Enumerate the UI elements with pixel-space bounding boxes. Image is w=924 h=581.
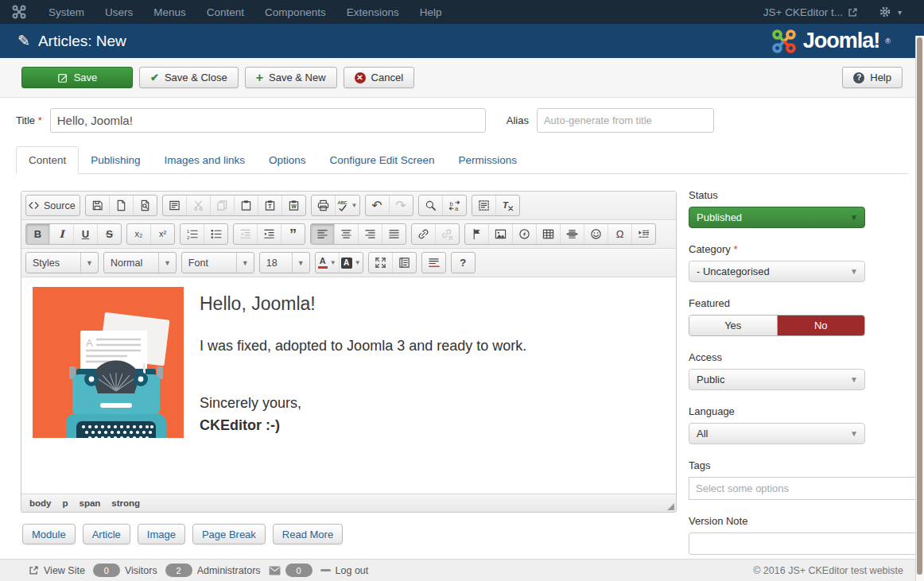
indent-button[interactable]	[257, 224, 281, 244]
styles-combo[interactable]: Styles▼	[25, 252, 99, 273]
paste-button[interactable]	[234, 196, 258, 215]
save-close-button[interactable]: ✔ Save & Close	[139, 67, 239, 88]
bulletedlist-button[interactable]	[204, 224, 227, 244]
article-button[interactable]: Article	[83, 524, 130, 544]
view-site-link[interactable]: View Site	[29, 565, 85, 576]
path-p[interactable]: p	[62, 498, 68, 508]
editor-resize-grip[interactable]	[667, 503, 674, 510]
help-button[interactable]: ? Help	[842, 67, 903, 88]
image-button[interactable]: Image	[138, 524, 185, 544]
tab-publishing[interactable]: Publishing	[79, 147, 152, 173]
menu-components[interactable]: Components	[254, 6, 336, 18]
bold-button[interactable]: B	[26, 224, 49, 244]
tab-images-links[interactable]: Images and links	[153, 147, 257, 173]
numberedlist-button[interactable]: 12	[181, 224, 204, 244]
justifyright-button[interactable]	[358, 224, 382, 244]
bgcolor-button[interactable]: A▼	[339, 253, 363, 273]
tab-content[interactable]: Content	[16, 146, 79, 174]
maximize-button[interactable]	[369, 253, 392, 273]
path-body[interactable]: body	[29, 498, 51, 508]
messages-status[interactable]: 0	[269, 564, 313, 577]
editor-content-area[interactable]: A	[21, 277, 676, 494]
image-button[interactable]	[488, 224, 512, 244]
title-input[interactable]	[50, 108, 486, 133]
logout-link[interactable]: Log out	[320, 565, 369, 576]
access-select[interactable]: Public ▼	[689, 369, 865, 390]
scrollbar-thumb[interactable]	[917, 37, 922, 575]
status-select[interactable]: Published ▼	[689, 207, 865, 228]
alias-input[interactable]	[537, 108, 714, 133]
menu-extensions[interactable]: Extensions	[336, 6, 410, 18]
scayt-button[interactable]	[422, 253, 445, 273]
tab-options[interactable]: Options	[257, 147, 318, 173]
editor-paragraph[interactable]: I was fixed, adopted to Joomla 3 and rea…	[200, 338, 526, 354]
category-select[interactable]: - Uncategorised ▼	[689, 261, 865, 282]
horizontalrule-button[interactable]	[560, 224, 584, 244]
print-button[interactable]	[312, 196, 335, 215]
menu-system[interactable]: System	[38, 6, 95, 18]
blockquote-button[interactable]: ”	[281, 224, 305, 244]
justifyleft-button[interactable]	[311, 224, 334, 244]
site-preview-link[interactable]: JS+ CKEditor t...	[763, 6, 858, 18]
editor-heading[interactable]: Hello, Joomla!	[200, 293, 526, 315]
tab-configure-edit-screen[interactable]: Configure Edit Screen	[317, 147, 446, 173]
tags-input[interactable]	[689, 477, 924, 500]
superscript-button[interactable]: x²	[150, 224, 174, 244]
admin-settings-menu[interactable]: ▾	[879, 6, 902, 18]
format-combo[interactable]: Normal▼	[103, 252, 177, 273]
menu-content[interactable]: Content	[196, 6, 254, 18]
save-button[interactable]	[86, 196, 109, 215]
font-combo[interactable]: Font▼	[181, 252, 254, 273]
anchor-button[interactable]	[465, 224, 488, 244]
preview-button[interactable]	[133, 196, 157, 215]
page-break-button[interactable]: Page Break	[192, 524, 266, 544]
justifycenter-button[interactable]	[334, 224, 358, 244]
flash-button[interactable]	[512, 224, 536, 244]
version-note-input[interactable]	[689, 533, 924, 555]
pastetext-button[interactable]: T	[258, 196, 281, 215]
tab-permissions[interactable]: Permissions	[447, 147, 530, 173]
italic-button[interactable]: I	[49, 224, 73, 244]
removeformat-button[interactable]: T	[495, 196, 519, 215]
link-button[interactable]	[412, 224, 435, 244]
table-button[interactable]	[536, 224, 560, 244]
language-select[interactable]: All ▼	[689, 423, 865, 444]
menu-users[interactable]: Users	[95, 6, 143, 18]
vertical-scrollbar[interactable]	[915, 36, 924, 581]
size-combo[interactable]: 18▼	[259, 252, 310, 273]
templates-button[interactable]	[163, 196, 186, 215]
visitors-status[interactable]: 0 Visitors	[93, 564, 157, 577]
undo-button[interactable]: ↶	[366, 196, 389, 215]
showblocks-button[interactable]	[392, 253, 416, 273]
spellcheck-button[interactable]: ABC▼	[335, 196, 359, 215]
cancel-button[interactable]: ✕ Cancel	[344, 67, 414, 88]
source-button[interactable]: Source	[26, 196, 80, 215]
save-button[interactable]: Save	[21, 67, 133, 88]
editor-closing[interactable]: Sincerely yours,	[200, 395, 526, 412]
newpage-button[interactable]	[109, 196, 133, 215]
justifyblock-button[interactable]	[382, 224, 406, 244]
save-new-button[interactable]: + Save & New	[245, 67, 337, 88]
menu-help[interactable]: Help	[410, 6, 452, 18]
smiley-button[interactable]	[584, 224, 608, 244]
pasteword-button[interactable]: W	[281, 196, 305, 215]
underline-button[interactable]: U	[73, 224, 97, 244]
editor-signature[interactable]: CKEditor :-)	[200, 417, 526, 434]
path-span[interactable]: span	[80, 498, 101, 508]
featured-no-button[interactable]: No	[778, 316, 865, 335]
editor-text[interactable]: Hello, Joomla! I was fixed, adopted to J…	[200, 287, 526, 484]
specialchar-button[interactable]: Ω	[608, 224, 631, 244]
path-strong[interactable]: strong	[111, 498, 140, 508]
strike-button[interactable]: S	[97, 224, 121, 244]
featured-yes-button[interactable]: Yes	[689, 316, 778, 335]
menu-menus[interactable]: Menus	[143, 6, 196, 18]
pagebreak-button[interactable]	[631, 224, 655, 244]
subscript-button[interactable]: x₂	[127, 224, 150, 244]
typewriter-image[interactable]: A	[33, 287, 184, 438]
module-button[interactable]: Module	[22, 524, 76, 544]
read-more-button[interactable]: Read More	[273, 524, 343, 544]
replace-button[interactable]: ba	[442, 196, 466, 215]
textcolor-button[interactable]: A▼	[316, 253, 339, 273]
about-button[interactable]: ?	[452, 253, 475, 273]
find-button[interactable]	[419, 196, 442, 215]
